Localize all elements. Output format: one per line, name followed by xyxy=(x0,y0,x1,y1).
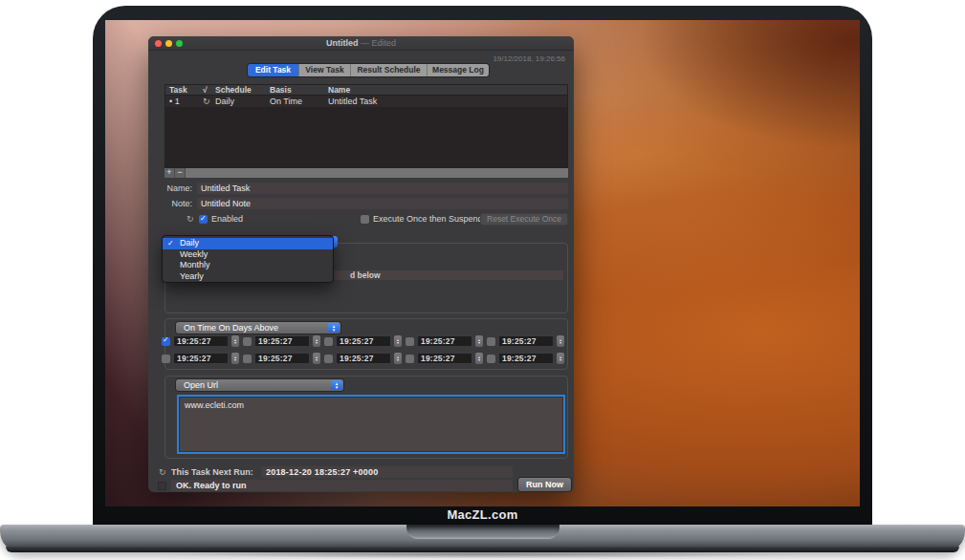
time-field-10[interactable]: 19:25:27 xyxy=(498,353,554,364)
col-schedule[interactable]: Schedule xyxy=(215,85,252,96)
menu-item-weekly[interactable]: Weekly xyxy=(163,249,333,261)
status-indicator xyxy=(158,482,166,490)
time-field-3[interactable]: 19:25:27 xyxy=(336,335,391,347)
enabled-label: Enabled xyxy=(211,213,243,226)
stepper-icon[interactable] xyxy=(557,353,564,364)
task-table-header: Task √ Schedule Basis Name xyxy=(165,85,567,96)
time-field-4[interactable]: 19:25:27 xyxy=(417,335,472,347)
col-task[interactable]: Task xyxy=(169,85,187,96)
app-window: Untitled — Edited 19/12/2018, 19:26:56 E… xyxy=(148,36,574,492)
menu-item-yearly[interactable]: Yearly xyxy=(163,271,333,283)
time-field-2[interactable]: 19:25:27 xyxy=(254,335,310,347)
document-title: Untitled xyxy=(326,38,359,48)
table-row[interactable]: • 1 ↻ Daily On Time Untitled Task xyxy=(165,96,567,107)
name-field[interactable]: Untitled Task xyxy=(197,183,568,194)
url-textarea[interactable]: www.ecleti.com xyxy=(177,395,565,454)
stepper-icon[interactable] xyxy=(394,353,402,364)
tab-view-task[interactable]: View Task xyxy=(299,64,351,76)
time-basis-popup[interactable]: On Time On Days Above xyxy=(176,322,340,334)
time-checkbox-10[interactable] xyxy=(487,355,495,363)
schedule-hint-fragment: d below xyxy=(350,270,381,280)
action-type-popup[interactable]: Open Url xyxy=(176,379,343,391)
time-field-9[interactable]: 19:25:27 xyxy=(417,353,472,364)
menu-item-daily[interactable]: ✓Daily xyxy=(163,238,333,249)
time-checkbox-3[interactable] xyxy=(324,337,333,346)
cell-schedule: Daily xyxy=(215,96,234,107)
menu-item-monthly[interactable]: Monthly xyxy=(163,260,333,271)
check-icon: ✓ xyxy=(167,238,174,249)
time-checkbox-2[interactable] xyxy=(243,337,252,346)
stepper-icon[interactable] xyxy=(557,335,564,347)
enabled-checkbox[interactable] xyxy=(199,215,208,224)
stepper-icon[interactable] xyxy=(231,353,239,364)
stepper-icon[interactable] xyxy=(475,353,483,364)
col-basis[interactable]: Basis xyxy=(270,85,292,96)
window-titlebar[interactable]: Untitled — Edited xyxy=(148,36,574,51)
stepper-icon[interactable] xyxy=(475,335,483,347)
time-checkbox-4[interactable] xyxy=(406,337,414,346)
action-groupbox: Open Url www.ecleti.com xyxy=(164,376,568,459)
next-run-label: This Task Next Run: xyxy=(171,466,253,478)
next-run-value: 2018-12-20 18:25:27 +0000 xyxy=(261,466,513,478)
refresh-icon: ↻ xyxy=(186,213,194,226)
tab-bar: Edit Task View Task Result Schedule Mess… xyxy=(248,64,489,76)
time-field-8[interactable]: 19:25:27 xyxy=(336,353,391,364)
laptop-lid-notch xyxy=(406,525,559,539)
laptop-brand-label: MacZL.com xyxy=(93,506,872,526)
desktop-wallpaper: Untitled — Edited 19/12/2018, 19:26:56 E… xyxy=(105,20,860,506)
time-checkbox-6[interactable] xyxy=(162,355,170,363)
time-checkbox-9[interactable] xyxy=(406,355,414,363)
laptop-shadow xyxy=(38,549,927,560)
popup-stepper-icon xyxy=(328,323,340,333)
time-field-1[interactable]: 19:25:27 xyxy=(173,335,229,347)
stepper-icon[interactable] xyxy=(231,335,239,347)
time-field-6[interactable]: 19:25:27 xyxy=(173,353,229,364)
note-field[interactable]: Untitled Note xyxy=(197,198,568,209)
task-table[interactable]: Task √ Schedule Basis Name • 1 ↻ Daily O… xyxy=(164,84,568,168)
tab-result-schedule[interactable]: Result Schedule xyxy=(351,64,428,76)
note-label: Note: xyxy=(148,198,192,209)
time-checkbox-5[interactable] xyxy=(487,337,495,346)
window-title: Untitled — Edited xyxy=(148,36,574,51)
status-row: OK. Ready to run Run Now xyxy=(148,480,574,492)
col-check[interactable]: √ xyxy=(203,85,208,96)
run-now-button[interactable]: Run Now xyxy=(518,478,571,491)
laptop-screen-bezel: Untitled — Edited 19/12/2018, 19:26:56 E… xyxy=(93,6,872,526)
execute-once-checkbox[interactable] xyxy=(361,215,369,224)
time-checkbox-8[interactable] xyxy=(324,355,333,363)
col-name[interactable]: Name xyxy=(328,85,350,96)
time-checkbox-1[interactable] xyxy=(162,337,170,346)
tab-message-log[interactable]: Message Log xyxy=(428,64,489,76)
remove-task-button[interactable]: − xyxy=(175,168,186,178)
cell-basis: On Time xyxy=(270,96,302,107)
time-row-2: 19:25:27 19:25:27 19:25:27 19:25:27 19:2… xyxy=(162,353,573,364)
stepper-icon[interactable] xyxy=(394,335,402,347)
cell-name: Untitled Task xyxy=(328,96,377,107)
refresh-icon: ↻ xyxy=(203,96,210,107)
edited-indicator: — Edited xyxy=(361,38,396,48)
stepper-icon[interactable] xyxy=(313,353,320,364)
status-message: OK. Ready to run xyxy=(171,480,513,491)
time-checkbox-7[interactable] xyxy=(243,355,252,363)
cell-task-num: • 1 xyxy=(169,96,180,107)
options-row: ↻ Enabled Execute Once then Suspend Rese… xyxy=(148,213,574,226)
note-row: Note: Untitled Note xyxy=(148,198,574,209)
execute-once-label: Execute Once then Suspend xyxy=(373,213,483,226)
popup-stepper-icon xyxy=(331,380,342,390)
refresh-icon: ↻ xyxy=(159,466,166,478)
time-field-7[interactable]: 19:25:27 xyxy=(254,353,310,364)
stepper-icon[interactable] xyxy=(313,335,320,347)
name-label: Name: xyxy=(148,183,192,194)
tab-edit-task[interactable]: Edit Task xyxy=(248,64,299,76)
table-toolbar: + − xyxy=(164,168,568,178)
schedule-dropdown-menu: ✓Daily Weekly Monthly Yearly xyxy=(162,235,334,283)
reset-execute-once-button[interactable]: Reset Execute Once xyxy=(480,213,568,226)
screenshot-stage: Untitled — Edited 19/12/2018, 19:26:56 E… xyxy=(0,0,965,560)
time-row-1: 19:25:27 19:25:27 19:25:27 19:25:27 19:2… xyxy=(162,335,573,347)
clock-readout: 19/12/2018, 19:26:56 xyxy=(493,54,565,63)
name-row: Name: Untitled Task xyxy=(148,183,574,194)
time-groupbox: On Time On Days Above 19:25:27 19:25:27 … xyxy=(164,318,568,370)
next-run-row: ↻ This Task Next Run: 2018-12-20 18:25:2… xyxy=(148,466,574,478)
time-field-5[interactable]: 19:25:27 xyxy=(498,335,554,347)
add-task-button[interactable]: + xyxy=(164,168,175,178)
